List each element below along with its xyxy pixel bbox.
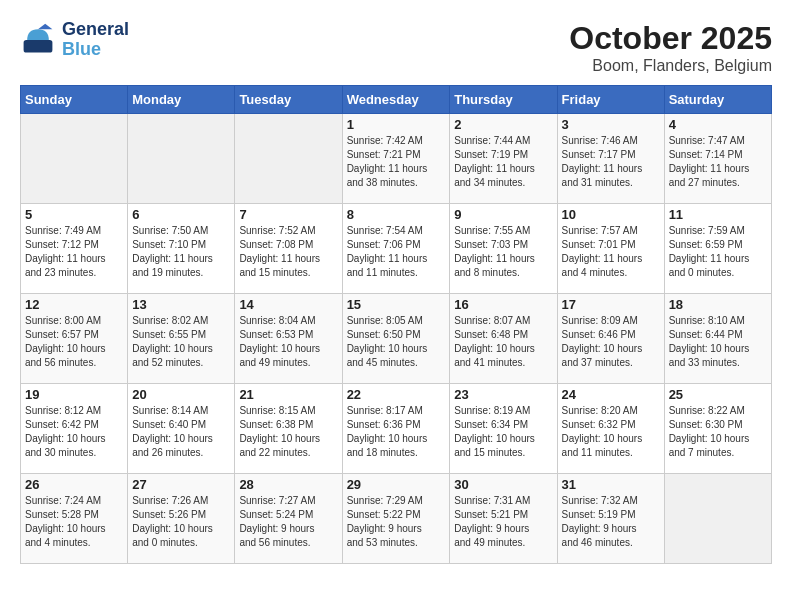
logo: General Blue [20,20,129,60]
day-number: 6 [132,207,230,222]
day-info: Sunrise: 7:46 AM Sunset: 7:17 PM Dayligh… [562,134,660,190]
day-number: 15 [347,297,446,312]
calendar-cell: 23Sunrise: 8:19 AM Sunset: 6:34 PM Dayli… [450,384,557,474]
day-number: 30 [454,477,552,492]
day-info: Sunrise: 7:55 AM Sunset: 7:03 PM Dayligh… [454,224,552,280]
day-info: Sunrise: 8:10 AM Sunset: 6:44 PM Dayligh… [669,314,767,370]
day-number: 14 [239,297,337,312]
calendar-cell: 13Sunrise: 8:02 AM Sunset: 6:55 PM Dayli… [128,294,235,384]
day-info: Sunrise: 7:49 AM Sunset: 7:12 PM Dayligh… [25,224,123,280]
calendar-cell: 4Sunrise: 7:47 AM Sunset: 7:14 PM Daylig… [664,114,771,204]
day-number: 18 [669,297,767,312]
calendar-week-3: 12Sunrise: 8:00 AM Sunset: 6:57 PM Dayli… [21,294,772,384]
day-header-sunday: Sunday [21,86,128,114]
calendar-table: SundayMondayTuesdayWednesdayThursdayFrid… [20,85,772,564]
day-info: Sunrise: 8:17 AM Sunset: 6:36 PM Dayligh… [347,404,446,460]
calendar-cell: 19Sunrise: 8:12 AM Sunset: 6:42 PM Dayli… [21,384,128,474]
calendar-cell: 11Sunrise: 7:59 AM Sunset: 6:59 PM Dayli… [664,204,771,294]
logo-icon [20,22,56,58]
day-info: Sunrise: 7:26 AM Sunset: 5:26 PM Dayligh… [132,494,230,550]
day-info: Sunrise: 8:04 AM Sunset: 6:53 PM Dayligh… [239,314,337,370]
day-info: Sunrise: 7:47 AM Sunset: 7:14 PM Dayligh… [669,134,767,190]
day-number: 4 [669,117,767,132]
calendar-cell [21,114,128,204]
day-number: 25 [669,387,767,402]
calendar-cell: 10Sunrise: 7:57 AM Sunset: 7:01 PM Dayli… [557,204,664,294]
calendar-cell: 16Sunrise: 8:07 AM Sunset: 6:48 PM Dayli… [450,294,557,384]
day-number: 17 [562,297,660,312]
day-info: Sunrise: 7:59 AM Sunset: 6:59 PM Dayligh… [669,224,767,280]
day-number: 16 [454,297,552,312]
calendar-week-5: 26Sunrise: 7:24 AM Sunset: 5:28 PM Dayli… [21,474,772,564]
day-info: Sunrise: 7:52 AM Sunset: 7:08 PM Dayligh… [239,224,337,280]
day-number: 2 [454,117,552,132]
calendar-week-1: 1Sunrise: 7:42 AM Sunset: 7:21 PM Daylig… [21,114,772,204]
day-info: Sunrise: 8:20 AM Sunset: 6:32 PM Dayligh… [562,404,660,460]
calendar-cell: 1Sunrise: 7:42 AM Sunset: 7:21 PM Daylig… [342,114,450,204]
day-number: 7 [239,207,337,222]
calendar-cell [235,114,342,204]
day-info: Sunrise: 8:12 AM Sunset: 6:42 PM Dayligh… [25,404,123,460]
calendar-cell: 26Sunrise: 7:24 AM Sunset: 5:28 PM Dayli… [21,474,128,564]
day-number: 22 [347,387,446,402]
calendar-header-row: SundayMondayTuesdayWednesdayThursdayFrid… [21,86,772,114]
day-info: Sunrise: 8:00 AM Sunset: 6:57 PM Dayligh… [25,314,123,370]
day-number: 19 [25,387,123,402]
calendar-cell: 15Sunrise: 8:05 AM Sunset: 6:50 PM Dayli… [342,294,450,384]
day-number: 31 [562,477,660,492]
day-info: Sunrise: 8:09 AM Sunset: 6:46 PM Dayligh… [562,314,660,370]
day-header-thursday: Thursday [450,86,557,114]
calendar-cell: 9Sunrise: 7:55 AM Sunset: 7:03 PM Daylig… [450,204,557,294]
day-number: 10 [562,207,660,222]
day-info: Sunrise: 8:14 AM Sunset: 6:40 PM Dayligh… [132,404,230,460]
day-number: 26 [25,477,123,492]
calendar-cell: 5Sunrise: 7:49 AM Sunset: 7:12 PM Daylig… [21,204,128,294]
calendar-cell: 17Sunrise: 8:09 AM Sunset: 6:46 PM Dayli… [557,294,664,384]
day-number: 11 [669,207,767,222]
day-number: 24 [562,387,660,402]
day-number: 27 [132,477,230,492]
day-info: Sunrise: 7:32 AM Sunset: 5:19 PM Dayligh… [562,494,660,550]
day-number: 3 [562,117,660,132]
svg-rect-0 [24,40,53,53]
day-number: 20 [132,387,230,402]
calendar-cell: 29Sunrise: 7:29 AM Sunset: 5:22 PM Dayli… [342,474,450,564]
day-number: 28 [239,477,337,492]
calendar-cell: 20Sunrise: 8:14 AM Sunset: 6:40 PM Dayli… [128,384,235,474]
day-info: Sunrise: 7:24 AM Sunset: 5:28 PM Dayligh… [25,494,123,550]
calendar-cell: 8Sunrise: 7:54 AM Sunset: 7:06 PM Daylig… [342,204,450,294]
day-number: 13 [132,297,230,312]
day-info: Sunrise: 7:29 AM Sunset: 5:22 PM Dayligh… [347,494,446,550]
title-block: October 2025 Boom, Flanders, Belgium [569,20,772,75]
calendar-cell: 31Sunrise: 7:32 AM Sunset: 5:19 PM Dayli… [557,474,664,564]
calendar-cell: 12Sunrise: 8:00 AM Sunset: 6:57 PM Dayli… [21,294,128,384]
day-info: Sunrise: 8:22 AM Sunset: 6:30 PM Dayligh… [669,404,767,460]
day-number: 1 [347,117,446,132]
calendar-cell: 24Sunrise: 8:20 AM Sunset: 6:32 PM Dayli… [557,384,664,474]
day-info: Sunrise: 8:07 AM Sunset: 6:48 PM Dayligh… [454,314,552,370]
calendar-cell: 18Sunrise: 8:10 AM Sunset: 6:44 PM Dayli… [664,294,771,384]
day-info: Sunrise: 7:42 AM Sunset: 7:21 PM Dayligh… [347,134,446,190]
day-info: Sunrise: 8:19 AM Sunset: 6:34 PM Dayligh… [454,404,552,460]
day-number: 5 [25,207,123,222]
calendar-cell: 2Sunrise: 7:44 AM Sunset: 7:19 PM Daylig… [450,114,557,204]
calendar-cell: 7Sunrise: 7:52 AM Sunset: 7:08 PM Daylig… [235,204,342,294]
calendar-cell [664,474,771,564]
day-info: Sunrise: 8:02 AM Sunset: 6:55 PM Dayligh… [132,314,230,370]
page-title: October 2025 [569,20,772,57]
day-number: 12 [25,297,123,312]
calendar-cell: 25Sunrise: 8:22 AM Sunset: 6:30 PM Dayli… [664,384,771,474]
day-header-wednesday: Wednesday [342,86,450,114]
day-info: Sunrise: 7:50 AM Sunset: 7:10 PM Dayligh… [132,224,230,280]
day-info: Sunrise: 8:15 AM Sunset: 6:38 PM Dayligh… [239,404,337,460]
day-header-friday: Friday [557,86,664,114]
calendar-cell: 28Sunrise: 7:27 AM Sunset: 5:24 PM Dayli… [235,474,342,564]
page-subtitle: Boom, Flanders, Belgium [569,57,772,75]
calendar-cell: 6Sunrise: 7:50 AM Sunset: 7:10 PM Daylig… [128,204,235,294]
day-header-saturday: Saturday [664,86,771,114]
calendar-cell: 30Sunrise: 7:31 AM Sunset: 5:21 PM Dayli… [450,474,557,564]
day-info: Sunrise: 7:44 AM Sunset: 7:19 PM Dayligh… [454,134,552,190]
calendar-cell [128,114,235,204]
page-header: General Blue October 2025 Boom, Flanders… [20,20,772,75]
day-number: 29 [347,477,446,492]
